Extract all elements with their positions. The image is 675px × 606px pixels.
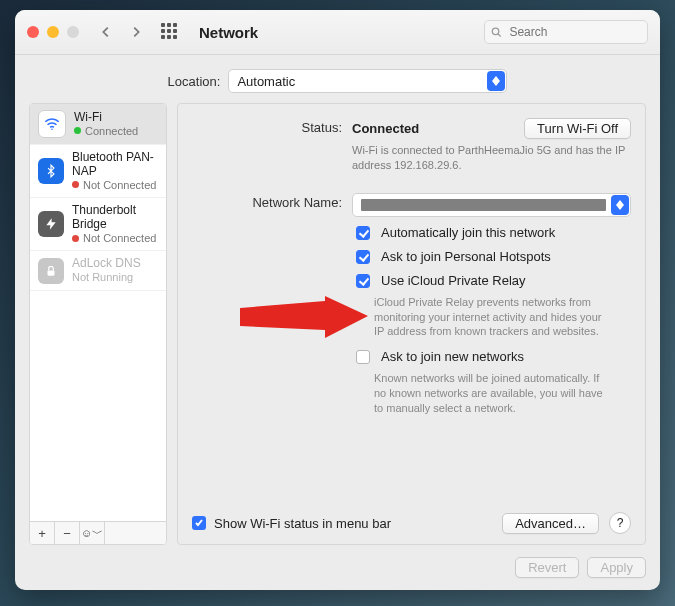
network-name-value — [361, 199, 606, 211]
status-dot-icon — [72, 235, 79, 242]
service-name: Bluetooth PAN-NAP — [72, 151, 158, 179]
zoom-icon — [67, 26, 79, 38]
service-bluetooth[interactable]: Bluetooth PAN-NAP Not Connected — [30, 145, 166, 198]
location-value: Automatic — [237, 74, 295, 89]
service-name: AdLock DNS — [72, 257, 141, 271]
service-wifi[interactable]: Wi-Fi Connected — [30, 104, 166, 145]
titlebar: Network — [15, 10, 660, 55]
checkbox-input[interactable] — [356, 274, 370, 288]
sidebar-footer: + − ☺︎﹀ — [30, 521, 166, 544]
status-dot-icon — [74, 127, 81, 134]
service-status: Not Running — [72, 271, 141, 284]
location-popup[interactable]: Automatic — [228, 69, 507, 93]
checkbox-label: Ask to join new networks — [381, 349, 524, 364]
close-icon[interactable] — [27, 26, 39, 38]
checkbox-input[interactable] — [356, 226, 370, 240]
minimize-icon[interactable] — [47, 26, 59, 38]
chevron-updown-icon — [487, 71, 505, 91]
svg-marker-8 — [616, 205, 624, 210]
lock-icon — [38, 258, 64, 284]
prefs-window: Network Location: Automatic Wi-Fi — [15, 10, 660, 590]
service-status: Not Connected — [72, 232, 158, 245]
forward-button — [125, 21, 147, 43]
service-name: Wi-Fi — [74, 111, 138, 125]
service-name: Thunderbolt Bridge — [72, 204, 158, 232]
private-relay-checkbox[interactable]: Use iCloud Private Relay — [352, 273, 631, 291]
main-area: Wi-Fi Connected Bluetooth PAN-NAP Not Co… — [15, 103, 660, 557]
search-field[interactable] — [484, 20, 648, 44]
svg-marker-3 — [492, 81, 500, 86]
advanced-button[interactable]: Advanced… — [502, 513, 599, 534]
show-all-icon[interactable] — [161, 23, 179, 41]
chevron-updown-icon — [611, 195, 629, 215]
status-description: Wi-Fi is connected to ParthHeemaJio 5G a… — [352, 143, 631, 173]
service-list: Wi-Fi Connected Bluetooth PAN-NAP Not Co… — [29, 103, 167, 545]
svg-marker-5 — [46, 219, 55, 231]
search-icon — [491, 26, 501, 38]
ask-new-checkbox[interactable]: Ask to join new networks — [352, 349, 631, 367]
auto-join-checkbox[interactable]: Automatically join this network — [352, 225, 631, 243]
remove-service-button[interactable]: − — [55, 522, 80, 544]
revert-button: Revert — [515, 557, 579, 578]
checkbox-label: Ask to join Personal Hotspots — [381, 249, 551, 264]
status-value: Connected — [352, 121, 419, 136]
ask-new-note: Known networks will be joined automatica… — [374, 371, 614, 416]
network-name-label: Network Name: — [192, 193, 342, 210]
svg-point-0 — [492, 28, 498, 34]
thunderbolt-icon — [38, 211, 64, 237]
ask-hotspot-checkbox[interactable]: Ask to join Personal Hotspots — [352, 249, 631, 267]
help-button[interactable]: ? — [609, 512, 631, 534]
add-service-button[interactable]: + — [30, 522, 55, 544]
svg-rect-6 — [48, 270, 55, 275]
service-actions-button[interactable]: ☺︎﹀ — [80, 522, 105, 544]
location-label: Location: — [168, 74, 221, 89]
wifi-icon — [38, 110, 66, 138]
service-status: Not Connected — [72, 179, 158, 192]
back-button[interactable] — [95, 21, 117, 43]
status-label: Status: — [192, 118, 342, 135]
network-name-popup[interactable] — [352, 193, 631, 217]
traffic-lights — [27, 26, 79, 38]
service-adlock[interactable]: AdLock DNS Not Running — [30, 251, 166, 290]
checkbox-label: Use iCloud Private Relay — [381, 273, 526, 288]
turn-wifi-off-button[interactable]: Turn Wi-Fi Off — [524, 118, 631, 139]
checkbox-input[interactable] — [356, 350, 370, 364]
service-thunderbolt[interactable]: Thunderbolt Bridge Not Connected — [30, 198, 166, 251]
checkbox-label: Automatically join this network — [381, 225, 555, 240]
checkbox-input[interactable] — [356, 250, 370, 264]
service-status: Connected — [74, 125, 138, 138]
search-input[interactable] — [507, 24, 641, 40]
bluetooth-icon — [38, 158, 64, 184]
location-row: Location: Automatic — [15, 55, 660, 103]
private-relay-note: iCloud Private Relay prevents networks f… — [374, 295, 614, 340]
svg-line-1 — [498, 34, 501, 37]
checkbox-label: Show Wi-Fi status in menu bar — [214, 516, 391, 531]
svg-point-4 — [51, 129, 53, 131]
bottom-buttons: Revert Apply — [15, 557, 660, 590]
detail-panel: Status: Connected Turn Wi-Fi Off Wi-Fi i… — [177, 103, 646, 545]
status-dot-icon — [72, 181, 79, 188]
show-menubar-checkbox[interactable]: Show Wi-Fi status in menu bar — [192, 516, 391, 531]
window-title: Network — [199, 24, 258, 41]
apply-button: Apply — [587, 557, 646, 578]
